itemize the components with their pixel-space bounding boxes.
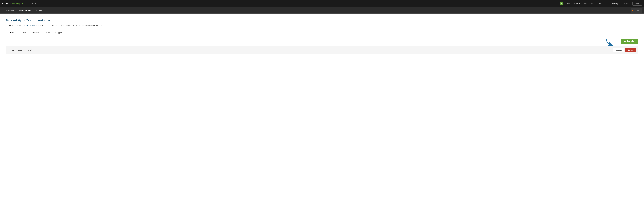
config-tabs: Bucket Query License Proxy Logging bbox=[6, 31, 638, 36]
find-button[interactable]: Find bbox=[632, 2, 642, 6]
delete-button[interactable]: Delete bbox=[625, 48, 636, 52]
table-row: ► aws-log-archive-firewall Update Delete bbox=[6, 46, 638, 54]
activity-menu[interactable]: Activity ▾ bbox=[610, 0, 621, 7]
s3spl-dot-icon bbox=[632, 10, 634, 11]
tab-bucket[interactable]: Bucket bbox=[6, 31, 18, 36]
settings-arrow-icon: ▾ bbox=[607, 3, 608, 5]
chevron-right-icon[interactable]: ► bbox=[8, 49, 10, 51]
sub-navbar: Workbench Configuration Search S3 SPL bbox=[0, 7, 644, 14]
bucket-actions: Update Delete bbox=[613, 48, 636, 52]
main-content: Global App Configurations Please refer t… bbox=[0, 14, 644, 59]
administrator-arrow-icon: ▾ bbox=[579, 3, 580, 5]
bucket-list: ► aws-log-archive-firewall Update Delete bbox=[6, 46, 638, 54]
spl-brand: SPL bbox=[636, 9, 640, 12]
subnav-search[interactable]: Search bbox=[34, 7, 45, 14]
subnav-configuration[interactable]: Configuration bbox=[17, 7, 34, 14]
add-bucket-button[interactable]: Add Bucket bbox=[621, 39, 638, 44]
brand-enterprise: enterprise bbox=[12, 2, 25, 5]
s3spl-logo: S3 SPL bbox=[631, 8, 642, 13]
activity-arrow-icon: ▾ bbox=[619, 3, 620, 5]
tab-license[interactable]: License bbox=[29, 31, 42, 36]
blue-arrow-annotation bbox=[605, 38, 615, 47]
messages-arrow-icon: ▾ bbox=[594, 3, 594, 5]
documentation-link[interactable]: documentation bbox=[22, 24, 34, 26]
administrator-menu[interactable]: Administrator ▾ bbox=[565, 0, 582, 7]
apps-arrow-icon: ▾ bbox=[36, 3, 36, 5]
settings-menu[interactable]: Settings ▾ bbox=[598, 0, 609, 7]
tab-query[interactable]: Query bbox=[18, 31, 29, 36]
help-menu[interactable]: Help ▾ bbox=[622, 0, 631, 7]
brand-gt: > bbox=[11, 2, 12, 5]
tab-logging[interactable]: Logging bbox=[52, 31, 65, 36]
brand-logo: splunk>enterprise bbox=[2, 2, 25, 5]
messages-menu[interactable]: Messages ▾ bbox=[583, 0, 596, 7]
apps-menu[interactable]: Apps ▾ bbox=[29, 0, 38, 7]
tab-proxy[interactable]: Proxy bbox=[42, 31, 52, 36]
page-title: Global App Configurations bbox=[6, 18, 638, 22]
brand-splunk: splunk bbox=[2, 2, 11, 5]
update-button[interactable]: Update bbox=[613, 48, 624, 52]
page-description: Please refer to the documentation on how… bbox=[6, 24, 638, 26]
top-navbar: splunk>enterprise Apps ▾ ✓ Administrator… bbox=[0, 0, 644, 7]
sub-nav-spacer bbox=[45, 7, 631, 14]
toolbar-row: Add Bucket bbox=[6, 39, 638, 44]
s3-brand: S3 bbox=[634, 9, 636, 12]
status-icon: ✓ bbox=[560, 2, 563, 5]
help-arrow-icon: ▾ bbox=[629, 3, 630, 5]
bucket-name: aws-log-archive-firewall bbox=[12, 49, 613, 51]
subnav-workbench[interactable]: Workbench bbox=[2, 7, 17, 14]
